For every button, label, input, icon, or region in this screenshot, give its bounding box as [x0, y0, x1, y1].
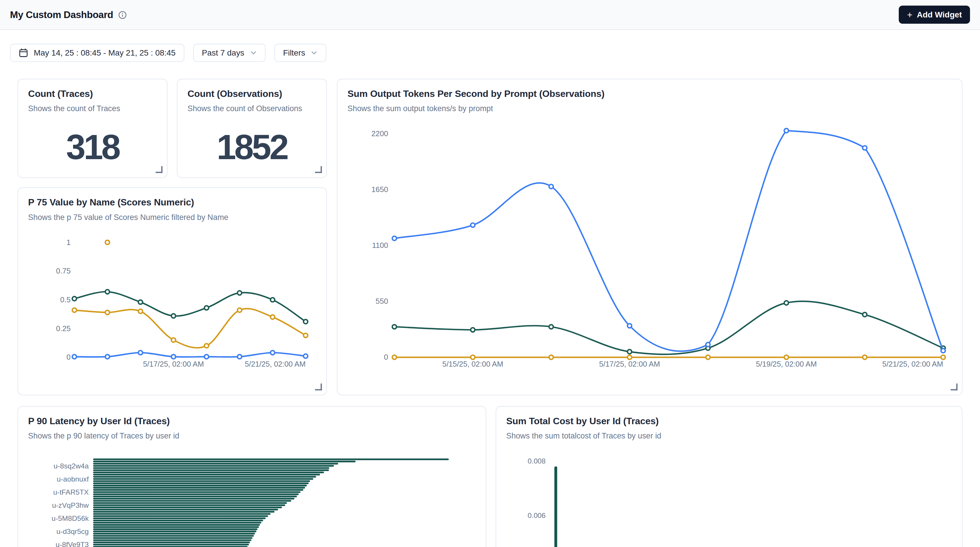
resize-handle-icon[interactable]: [315, 166, 322, 173]
svg-text:u-tFAR5TX: u-tFAR5TX: [53, 488, 89, 496]
svg-text:5/17/25, 02:00 AM: 5/17/25, 02:00 AM: [143, 360, 204, 368]
widget-p75-chart: 00.250.50.7515/17/25, 02:00 AM5/21/25, 0…: [18, 187, 327, 395]
resize-handle-icon[interactable]: [315, 384, 322, 390]
metric-value: 1852: [178, 127, 326, 168]
svg-text:0.25: 0.25: [56, 324, 70, 333]
add-widget-label: Add Widget: [917, 10, 962, 19]
filters-label: Filters: [283, 48, 305, 57]
calendar-icon: [19, 48, 28, 57]
p90-bar-chart: u-8sq2w4au-aobnuxfu-tFAR5TXu-zVqP3hwu-5M…: [18, 407, 487, 547]
widget-title: Sum Total Cost by User Id (Traces): [506, 415, 659, 426]
widget-title: P 75 Value by Name (Scores Numeric): [28, 197, 194, 207]
svg-text:0: 0: [66, 353, 70, 361]
resize-handle-icon[interactable]: [156, 166, 163, 173]
chevron-down-icon: [250, 49, 257, 56]
widget-subtitle: Shows the count of Traces: [28, 104, 120, 113]
date-range-label: May 14, 25 : 08:45 - May 21, 25 : 08:45: [34, 48, 175, 57]
add-widget-button[interactable]: + Add Widget: [899, 6, 970, 24]
svg-text:0.75: 0.75: [56, 267, 70, 275]
svg-text:0: 0: [384, 353, 388, 361]
svg-text:5/15/25, 02:00 AM: 5/15/25, 02:00 AM: [442, 360, 503, 368]
cost-bar-chart: 0.0080.006: [496, 407, 963, 547]
widget-p90-chart: u-8sq2w4au-aobnuxfu-tFAR5TXu-zVqP3hwu-5M…: [18, 406, 486, 547]
svg-text:u-aobnuxf: u-aobnuxf: [57, 475, 89, 483]
preset-label: Past 7 days: [202, 48, 244, 57]
widget-subtitle: Shows the sum totalcost of Traces by use…: [506, 431, 661, 440]
chevron-down-icon: [311, 49, 318, 56]
dashboard-page: My Custom Dashboard + Add Widget: [0, 0, 980, 547]
plus-icon: +: [907, 10, 912, 19]
svg-text:u-8sq2w4a: u-8sq2w4a: [54, 462, 89, 470]
svg-text:550: 550: [375, 297, 388, 305]
svg-text:u-zVqP3hw: u-zVqP3hw: [52, 501, 89, 509]
widget-count-traces: Count (Traces) Shows the count of Traces…: [18, 79, 167, 178]
svg-text:2200: 2200: [372, 130, 388, 138]
svg-text:5/17/25, 02:00 AM: 5/17/25, 02:00 AM: [599, 360, 660, 368]
svg-text:u-5M8D56k: u-5M8D56k: [51, 514, 89, 522]
widget-subtitle: Shows the p 75 value of Scores Numeric f…: [28, 213, 229, 222]
svg-text:0.006: 0.006: [528, 512, 546, 519]
svg-text:0.5: 0.5: [60, 296, 71, 304]
widget-title: Count (Observations): [188, 88, 282, 98]
date-range-button[interactable]: May 14, 25 : 08:45 - May 21, 25 : 08:45: [10, 44, 184, 62]
resize-handle-icon[interactable]: [951, 384, 958, 390]
widget-title: P 90 Latency by User Id (Traces): [28, 415, 170, 426]
info-icon[interactable]: [118, 10, 127, 19]
svg-text:5/21/25, 02:00 AM: 5/21/25, 02:00 AM: [245, 360, 306, 368]
tokens-line-chart: 05501100165022005/15/25, 02:00 AM5/17/25…: [337, 79, 963, 396]
widget-tokens-chart: 05501100165022005/15/25, 02:00 AM5/17/25…: [337, 79, 963, 395]
widget-cost-chart: 0.0080.006 Sum Total Cost by User Id (Tr…: [496, 406, 963, 547]
widget-count-observations: Count (Observations) Shows the count of …: [177, 79, 327, 178]
svg-text:5/19/25, 02:00 AM: 5/19/25, 02:00 AM: [756, 360, 817, 368]
filter-toolbar: May 14, 25 : 08:45 - May 21, 25 : 08:45 …: [10, 44, 326, 62]
svg-text:1650: 1650: [372, 186, 388, 193]
top-bar: My Custom Dashboard + Add Widget: [0, 0, 980, 30]
svg-text:1: 1: [66, 238, 70, 246]
page-title: My Custom Dashboard: [10, 9, 113, 21]
metric-value: 318: [18, 127, 167, 168]
svg-text:u-8fVe9T3: u-8fVe9T3: [56, 541, 89, 547]
preset-dropdown[interactable]: Past 7 days: [193, 44, 266, 62]
widget-title: Sum Output Tokens Per Second by Prompt (…: [348, 88, 605, 98]
widget-subtitle: Shows the count of Observations: [188, 104, 302, 113]
widget-title: Count (Traces): [28, 88, 93, 98]
widget-subtitle: Shows the sum output tokens/s by prompt: [348, 104, 493, 113]
svg-text:0.008: 0.008: [528, 457, 546, 465]
svg-text:1100: 1100: [372, 241, 388, 249]
svg-text:5/21/25, 02:00 AM: 5/21/25, 02:00 AM: [882, 360, 943, 368]
svg-text:u-d3qr5cg: u-d3qr5cg: [56, 528, 89, 535]
filters-dropdown[interactable]: Filters: [274, 44, 326, 62]
widget-subtitle: Shows the p 90 latency of Traces by user…: [28, 431, 179, 440]
